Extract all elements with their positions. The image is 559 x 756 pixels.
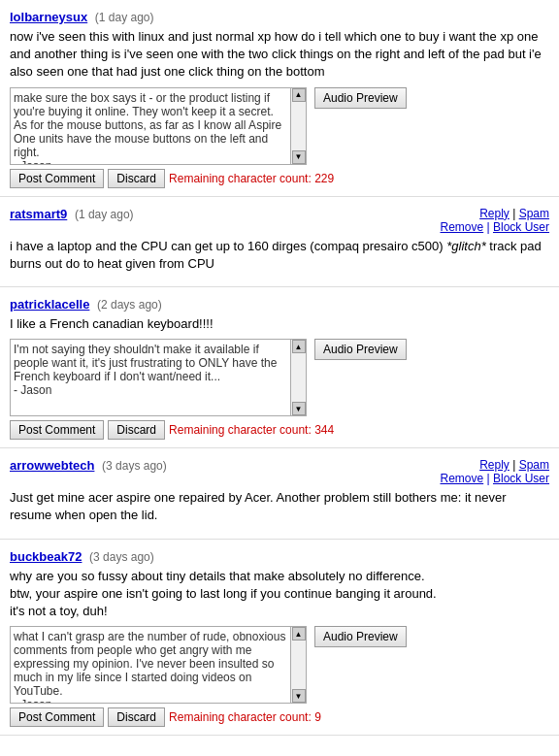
comment-text: now i've seen this with linux and just n… [10,28,549,82]
user-info: lolbarneysux (1 day ago) [10,10,154,24]
scrollbar-down[interactable]: ▼ [292,150,306,164]
user-info: patricklacelle (2 days ago) [10,297,162,312]
comment-header: lolbarneysux (1 day ago) [10,10,549,24]
comment-text: i have a laptop and the CPU can get up t… [10,238,549,273]
reply-links: Reply | Spam Remove | Block User [441,207,550,234]
comment-patricklacelle: patricklacelle (2 days ago) I like a Fre… [0,287,559,448]
remove-link[interactable]: Remove [441,220,484,234]
comment-header: ratsmart9 (1 day ago) Reply | Spam Remov… [10,207,549,234]
scrollbar-up[interactable]: ▲ [292,340,306,353]
spam-link[interactable]: Spam [519,207,549,220]
reply-link[interactable]: Reply [479,458,510,472]
username[interactable]: patricklacelle [10,297,89,312]
username[interactable]: buckbeak72 [10,549,82,564]
comment-text: Just get mine acer aspire one repaired b… [10,489,549,524]
discard-button[interactable]: Discard [108,169,165,188]
reply-textarea[interactable]: what I can't grasp are the number of rud… [10,626,291,704]
user-info: ratsmart9 (1 day ago) [10,207,134,221]
reply-textarea[interactable]: I'm not saying they shouldn't make it av… [10,339,291,416]
timestamp: (3 days ago) [89,550,154,564]
scrollbar: ▲ ▼ [291,87,307,165]
post-comment-button[interactable]: Post Comment [10,169,104,188]
discard-button[interactable]: Discard [108,707,165,727]
scrollbar: ▲ ▼ [291,339,307,416]
block-link[interactable]: Block User [493,472,549,485]
username[interactable]: lolbarneysux [10,10,87,24]
remove-link[interactable]: Remove [441,472,484,485]
audio-preview-button[interactable]: Audio Preview [314,87,407,109]
comment-lolbarneysux: lolbarneysux (1 day ago) now i've seen t… [0,0,559,197]
comment-text: I like a French canadian keyboard!!!! [10,315,549,333]
char-count: Remaining character count: 344 [169,423,334,437]
reply-area-row: I'm not saying they shouldn't make it av… [10,339,549,416]
reply-textarea[interactable]: make sure the box says it - or the produ… [10,87,291,165]
comment-header: arrowwebtech (3 days ago) Reply | Spam R… [10,458,549,485]
scrollbar-up[interactable]: ▲ [292,88,306,102]
scrollbar-down[interactable]: ▼ [292,402,306,415]
username[interactable]: ratsmart9 [10,207,67,221]
user-info: buckbeak72 (3 days ago) [10,549,154,564]
action-row: Post Comment Discard Remaining character… [10,420,549,440]
timestamp: (1 day ago) [75,208,134,221]
username[interactable]: arrowwebtech [10,458,94,473]
audio-preview-button[interactable]: Audio Preview [314,626,407,647]
post-comment-button[interactable]: Post Comment [10,707,104,727]
scrollbar: ▲ ▼ [291,626,307,704]
post-comment-button[interactable]: Post Comment [10,420,104,440]
char-count: Remaining character count: 229 [169,172,334,185]
spam-link[interactable]: Spam [519,458,549,472]
block-link[interactable]: Block User [493,220,549,234]
scrollbar-down[interactable]: ▼ [292,689,306,703]
char-count: Remaining character count: 9 [169,710,321,724]
audio-preview-button[interactable]: Audio Preview [314,339,407,360]
comment-ratsmart9: ratsmart9 (1 day ago) Reply | Spam Remov… [0,197,559,287]
action-row: Post Comment Discard Remaining character… [10,169,549,188]
discard-button[interactable]: Discard [108,420,165,440]
comment-arrowwebtech: arrowwebtech (3 days ago) Reply | Spam R… [0,448,559,539]
user-info: arrowwebtech (3 days ago) [10,458,167,473]
comment-header: buckbeak72 (3 days ago) [10,549,549,564]
reply-links: Reply | Spam Remove | Block User [441,458,550,485]
comment-text: why are you so fussy about tiny details … [10,568,549,621]
timestamp: (2 days ago) [97,298,162,312]
comment-header: patricklacelle (2 days ago) [10,297,549,312]
timestamp: (3 days ago) [102,459,167,473]
action-row: Post Comment Discard Remaining character… [10,707,549,727]
reply-area-row: make sure the box says it - or the produ… [10,87,549,165]
scrollbar-up[interactable]: ▲ [292,627,306,641]
comment-buckbeak72: buckbeak72 (3 days ago) why are you so f… [0,540,559,737]
reply-link[interactable]: Reply [479,207,510,220]
timestamp: (1 day ago) [95,11,154,24]
reply-area-row: what I can't grasp are the number of rud… [10,626,549,704]
